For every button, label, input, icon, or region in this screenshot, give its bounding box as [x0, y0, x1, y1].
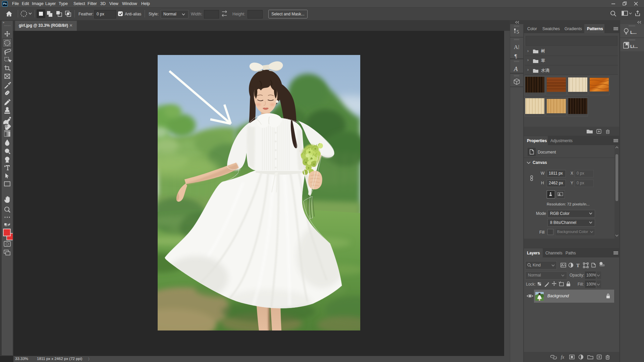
svg-text:L...: L... — [630, 30, 637, 35]
svg-text:A: A — [514, 44, 518, 50]
svg-text:fx: fx — [561, 355, 565, 360]
svg-text:Li...: Li... — [630, 44, 638, 49]
svg-text:¶: ¶ — [515, 53, 517, 59]
svg-text:5: 5 — [517, 29, 519, 35]
svg-text:T: T — [576, 263, 580, 268]
svg-text:A: A — [513, 65, 518, 72]
svg-text:|: | — [518, 44, 519, 49]
